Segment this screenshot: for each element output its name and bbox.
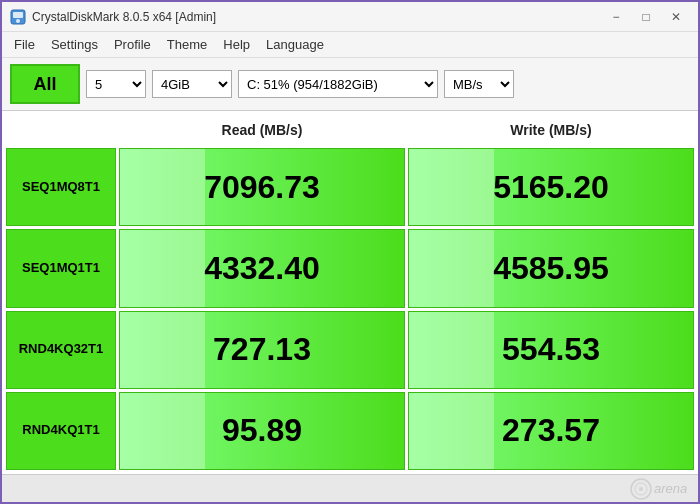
label-seq1m-q1t1: SEQ1M Q1T1 <box>6 229 116 307</box>
read-seq1m-q8t1: 7096.73 <box>119 148 405 226</box>
menu-bar: File Settings Profile Theme Help Languag… <box>2 32 698 58</box>
menu-profile[interactable]: Profile <box>106 35 159 54</box>
label-rnd4k-q1t1: RND4K Q1T1 <box>6 392 116 470</box>
results-table: Read (MB/s) Write (MB/s) SEQ1M Q8T1 7096… <box>6 115 694 470</box>
size-select[interactable]: 4GiB <box>152 70 232 98</box>
label-line2-1: Q1T1 <box>68 260 101 277</box>
bottom-bar: arena <box>2 474 698 502</box>
write-rnd4k-q1t1: 273.57 <box>408 392 694 470</box>
drive-select[interactable]: C: 51% (954/1882GiB) <box>238 70 438 98</box>
label-line2-0: Q8T1 <box>68 179 101 196</box>
all-button[interactable]: All <box>10 64 80 104</box>
title-bar: CrystalDiskMark 8.0.5 x64 [Admin] − □ ✕ <box>2 2 698 32</box>
main-window: CrystalDiskMark 8.0.5 x64 [Admin] − □ ✕ … <box>0 0 700 504</box>
unit-select[interactable]: MB/s <box>444 70 514 98</box>
runs-select[interactable]: 5 <box>86 70 146 98</box>
title-left: CrystalDiskMark 8.0.5 x64 [Admin] <box>10 9 216 25</box>
write-rnd4k-q32t1: 554.53 <box>408 311 694 389</box>
label-seq1m-q8t1: SEQ1M Q8T1 <box>6 148 116 226</box>
menu-language[interactable]: Language <box>258 35 332 54</box>
app-icon <box>10 9 26 25</box>
label-line2-3: Q1T1 <box>67 422 100 439</box>
write-seq1m-q1t1: 4585.95 <box>408 229 694 307</box>
header-read: Read (MB/s) <box>119 115 405 145</box>
svg-point-5 <box>639 487 643 491</box>
toolbar: All 5 4GiB C: 51% (954/1882GiB) MB/s <box>2 58 698 111</box>
svg-text:arena: arena <box>654 481 687 496</box>
label-line1-0: SEQ1M <box>22 179 68 196</box>
svg-rect-1 <box>13 12 23 18</box>
menu-settings[interactable]: Settings <box>43 35 106 54</box>
label-line1-1: SEQ1M <box>22 260 68 277</box>
menu-theme[interactable]: Theme <box>159 35 215 54</box>
arena-watermark: arena <box>630 478 690 500</box>
read-rnd4k-q32t1: 727.13 <box>119 311 405 389</box>
label-line2-2: Q32T1 <box>64 341 104 358</box>
window-title: CrystalDiskMark 8.0.5 x64 [Admin] <box>32 10 216 24</box>
maximize-button[interactable]: □ <box>632 6 660 28</box>
read-seq1m-q1t1: 4332.40 <box>119 229 405 307</box>
header-empty <box>6 115 116 145</box>
menu-file[interactable]: File <box>6 35 43 54</box>
minimize-button[interactable]: − <box>602 6 630 28</box>
menu-help[interactable]: Help <box>215 35 258 54</box>
label-rnd4k-q32t1: RND4K Q32T1 <box>6 311 116 389</box>
arena-logo-svg: arena <box>630 478 690 500</box>
close-button[interactable]: ✕ <box>662 6 690 28</box>
svg-point-2 <box>16 19 20 23</box>
main-content: Read (MB/s) Write (MB/s) SEQ1M Q8T1 7096… <box>2 111 698 474</box>
label-line1-3: RND4K <box>22 422 67 439</box>
header-write: Write (MB/s) <box>408 115 694 145</box>
window-controls: − □ ✕ <box>602 6 690 28</box>
label-line1-2: RND4K <box>19 341 64 358</box>
read-rnd4k-q1t1: 95.89 <box>119 392 405 470</box>
write-seq1m-q8t1: 5165.20 <box>408 148 694 226</box>
